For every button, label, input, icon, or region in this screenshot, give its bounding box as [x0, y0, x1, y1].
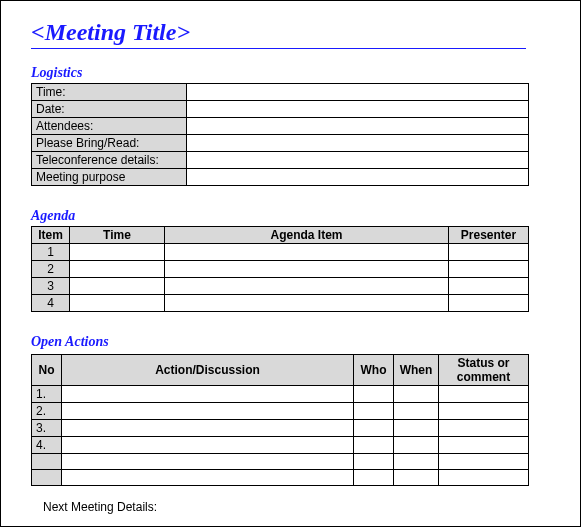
actions-status[interactable] — [439, 470, 529, 486]
agenda-item-no: 2 — [32, 261, 70, 278]
logistics-row: Time: — [32, 84, 529, 101]
next-meeting-label: Next Meeting Details: — [43, 500, 558, 514]
page: <Meeting Title> Logistics Time: Date: At… — [0, 0, 581, 527]
actions-status[interactable] — [439, 454, 529, 470]
actions-no: 1. — [32, 386, 62, 403]
logistics-label: Attendees: — [32, 118, 187, 135]
actions-row: 3. — [32, 420, 529, 437]
actions-action[interactable] — [62, 386, 354, 403]
logistics-label: Please Bring/Read: — [32, 135, 187, 152]
actions-col-when: When — [394, 355, 439, 386]
actions-col-action: Action/Discussion — [62, 355, 354, 386]
agenda-item-no: 3 — [32, 278, 70, 295]
actions-status[interactable] — [439, 420, 529, 437]
agenda-time[interactable] — [70, 244, 165, 261]
title-wrap: <Meeting Title> — [31, 19, 526, 49]
agenda-topic[interactable] — [165, 278, 449, 295]
agenda-row: 3 — [32, 278, 529, 295]
actions-header-row: No Action/Discussion Who When Status or … — [32, 355, 529, 386]
actions-who[interactable] — [354, 437, 394, 454]
actions-row — [32, 454, 529, 470]
agenda-item-no: 4 — [32, 295, 70, 312]
actions-status[interactable] — [439, 403, 529, 420]
actions-row: 4. — [32, 437, 529, 454]
actions-col-status: Status or comment — [439, 355, 529, 386]
agenda-row: 2 — [32, 261, 529, 278]
actions-no: 4. — [32, 437, 62, 454]
actions-who[interactable] — [354, 403, 394, 420]
agenda-item-no: 1 — [32, 244, 70, 261]
agenda-presenter[interactable] — [449, 244, 529, 261]
logistics-value[interactable] — [187, 135, 529, 152]
actions-action[interactable] — [62, 470, 354, 486]
agenda-heading: Agenda — [31, 208, 558, 224]
logistics-table: Time: Date: Attendees: Please Bring/Read… — [31, 83, 529, 186]
logistics-row: Meeting purpose — [32, 169, 529, 186]
agenda-col-time: Time — [70, 227, 165, 244]
logistics-label: Time: — [32, 84, 187, 101]
logistics-value[interactable] — [187, 101, 529, 118]
actions-who[interactable] — [354, 386, 394, 403]
actions-who[interactable] — [354, 470, 394, 486]
logistics-row: Please Bring/Read: — [32, 135, 529, 152]
logistics-row: Teleconference details: — [32, 152, 529, 169]
agenda-row: 4 — [32, 295, 529, 312]
actions-when[interactable] — [394, 470, 439, 486]
actions-status[interactable] — [439, 437, 529, 454]
logistics-value[interactable] — [187, 84, 529, 101]
actions-row: 2. — [32, 403, 529, 420]
agenda-presenter[interactable] — [449, 278, 529, 295]
agenda-topic[interactable] — [165, 261, 449, 278]
agenda-time[interactable] — [70, 295, 165, 312]
actions-col-who: Who — [354, 355, 394, 386]
logistics-label: Teleconference details: — [32, 152, 187, 169]
actions-action[interactable] — [62, 403, 354, 420]
logistics-heading: Logistics — [31, 65, 558, 81]
actions-no — [32, 470, 62, 486]
actions-when[interactable] — [394, 437, 439, 454]
agenda-presenter[interactable] — [449, 261, 529, 278]
agenda-table: Item Time Agenda Item Presenter 1 2 3 4 — [31, 226, 529, 312]
actions-table: No Action/Discussion Who When Status or … — [31, 354, 529, 486]
actions-when[interactable] — [394, 420, 439, 437]
agenda-presenter[interactable] — [449, 295, 529, 312]
actions-action[interactable] — [62, 420, 354, 437]
actions-who[interactable] — [354, 420, 394, 437]
actions-who[interactable] — [354, 454, 394, 470]
agenda-topic[interactable] — [165, 244, 449, 261]
actions-no — [32, 454, 62, 470]
actions-no: 2. — [32, 403, 62, 420]
actions-when[interactable] — [394, 454, 439, 470]
logistics-value[interactable] — [187, 169, 529, 186]
logistics-label: Date: — [32, 101, 187, 118]
actions-status[interactable] — [439, 386, 529, 403]
agenda-row: 1 — [32, 244, 529, 261]
actions-when[interactable] — [394, 403, 439, 420]
agenda-header-row: Item Time Agenda Item Presenter — [32, 227, 529, 244]
logistics-value[interactable] — [187, 152, 529, 169]
agenda-time[interactable] — [70, 278, 165, 295]
actions-col-no: No — [32, 355, 62, 386]
actions-no: 3. — [32, 420, 62, 437]
agenda-col-item: Item — [32, 227, 70, 244]
agenda-time[interactable] — [70, 261, 165, 278]
actions-heading: Open Actions — [31, 334, 558, 350]
agenda-col-topic: Agenda Item — [165, 227, 449, 244]
actions-row: 1. — [32, 386, 529, 403]
actions-when[interactable] — [394, 386, 439, 403]
logistics-row: Date: — [32, 101, 529, 118]
agenda-topic[interactable] — [165, 295, 449, 312]
actions-action[interactable] — [62, 454, 354, 470]
logistics-value[interactable] — [187, 118, 529, 135]
logistics-label: Meeting purpose — [32, 169, 187, 186]
meeting-title: <Meeting Title> — [31, 19, 190, 45]
logistics-row: Attendees: — [32, 118, 529, 135]
agenda-col-presenter: Presenter — [449, 227, 529, 244]
actions-action[interactable] — [62, 437, 354, 454]
actions-row — [32, 470, 529, 486]
